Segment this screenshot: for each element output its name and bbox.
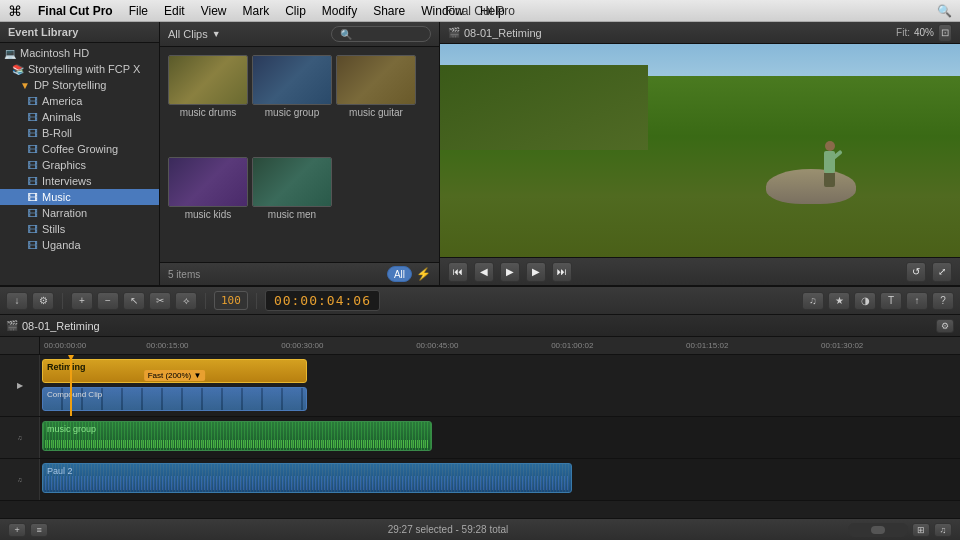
film-icon-broll: 🎞 <box>28 128 38 139</box>
effects-btn[interactable]: ★ <box>828 292 850 310</box>
track-1-expand-icon[interactable]: ▶ <box>17 381 23 390</box>
compound-clip[interactable]: Compound Clip <box>42 387 307 411</box>
tree-item-coffee[interactable]: 🎞 Coffee Growing <box>0 141 159 157</box>
skip-to-end-btn[interactable]: ⏭ <box>552 262 572 282</box>
viewer-clip-name: 08-01_Retiming <box>464 27 542 39</box>
footer-zoom-slider[interactable] <box>848 523 908 537</box>
play-backward-btn[interactable]: ◀ <box>474 262 494 282</box>
tree-item-macintosh-hd[interactable]: 💻 Macintosh HD <box>0 45 159 61</box>
track-2-audio: ♫ music group <box>0 417 960 459</box>
footer-add-btn[interactable]: + <box>8 523 26 537</box>
play-btn[interactable]: ▶ <box>500 262 520 282</box>
fit-label: Fit: <box>896 27 910 38</box>
text-btn[interactable]: T <box>880 292 902 310</box>
audio-clip-music-group[interactable]: music group <box>42 421 432 451</box>
loop-btn[interactable]: ↺ <box>906 262 926 282</box>
viewer-title: 🎬 08-01_Retiming <box>448 27 542 39</box>
all-filter-btn[interactable]: All <box>387 266 412 282</box>
all-clips-label[interactable]: All Clips <box>168 28 208 40</box>
zoom-out-btn[interactable]: − <box>97 292 119 310</box>
clips-search-input[interactable] <box>331 26 431 42</box>
menu-view[interactable]: View <box>201 4 227 18</box>
scene-person <box>824 141 835 187</box>
menu-mark[interactable]: Mark <box>243 4 270 18</box>
filter-icon[interactable]: ⚡ <box>416 267 431 281</box>
menu-share[interactable]: Share <box>373 4 405 18</box>
timeline-footer: + ≡ 29:27 selected - 59:28 total ⊞ ♫ <box>0 518 960 540</box>
clip-label-drums: music drums <box>180 107 237 118</box>
tree-item-broll[interactable]: 🎞 B-Roll <box>0 125 159 141</box>
timeline-options-btn[interactable]: ⚙ <box>936 319 954 333</box>
clip-music-kids[interactable]: music kids <box>168 157 248 255</box>
footer-list-btn[interactable]: ≡ <box>30 523 48 537</box>
settings-btn[interactable]: ⚙ <box>32 292 54 310</box>
clips-header: All Clips ▼ <box>160 22 439 47</box>
clip-thumb-men <box>252 157 332 207</box>
timeline-tab[interactable]: 🎬 08-01_Retiming <box>6 320 100 332</box>
menu-file[interactable]: File <box>129 4 148 18</box>
tree-item-storytelling[interactable]: 📚 Storytelling with FCP X <box>0 61 159 77</box>
speed-display[interactable]: 100 <box>214 291 248 310</box>
skip-to-start-btn[interactable]: ⏮ <box>448 262 468 282</box>
tree-item-stills[interactable]: 🎞 Stills <box>0 221 159 237</box>
menu-edit[interactable]: Edit <box>164 4 185 18</box>
apple-menu[interactable]: ⌘ <box>8 3 22 19</box>
viewer-content <box>440 44 960 257</box>
scene-mountain-left <box>440 65 648 150</box>
paul2-waveform <box>45 476 569 490</box>
play-forward-btn[interactable]: ▶ <box>526 262 546 282</box>
tree-item-america[interactable]: 🎞 America <box>0 93 159 109</box>
clip-music-guitar[interactable]: music guitar <box>336 55 416 153</box>
share-btn[interactable]: ↑ <box>906 292 928 310</box>
zoom-slider-track <box>871 526 885 534</box>
fast-badge[interactable]: Fast (200%) ▼ <box>144 370 206 381</box>
footer-audio-view-btn[interactable]: ♫ <box>934 523 952 537</box>
clip-thumb-group <box>252 55 332 105</box>
footer-clip-view-btn[interactable]: ⊞ <box>912 523 930 537</box>
viewer-maximize-btn[interactable]: ⊡ <box>938 24 952 42</box>
import-btn[interactable]: ↓ <box>6 292 28 310</box>
film-icon-narration: 🎞 <box>28 208 38 219</box>
app-name[interactable]: Final Cut Pro <box>38 4 113 18</box>
zoom-in-btn[interactable]: + <box>71 292 93 310</box>
track-3-icon[interactable]: ♫ <box>17 476 22 483</box>
clip-music-men[interactable]: music men <box>252 157 332 255</box>
tree-item-interviews[interactable]: 🎞 Interviews <box>0 173 159 189</box>
color-btn[interactable]: ◑ <box>854 292 876 310</box>
audio-btn[interactable]: ♫ <box>802 292 824 310</box>
clip-music-group[interactable]: music group <box>252 55 332 153</box>
audio-clip-paul2[interactable]: Paul 2 <box>42 463 572 493</box>
zoom-level[interactable]: 40% <box>914 27 934 38</box>
tree-item-animals[interactable]: 🎞 Animals <box>0 109 159 125</box>
menu-clip[interactable]: Clip <box>285 4 306 18</box>
trim-tool-btn[interactable]: ✂ <box>149 292 171 310</box>
track-1-video: ▶ Retiming Fast (200%) ▼ Compound Clip <box>0 355 960 417</box>
fullscreen-btn[interactable]: ⤢ <box>932 262 952 282</box>
clip-music-drums[interactable]: music drums <box>168 55 248 153</box>
event-library-panel: Event Library 💻 Macintosh HD 📚 Storytell… <box>0 22 160 285</box>
retiming-clip-label: Retiming <box>43 360 90 374</box>
dropdown-arrow[interactable]: ▼ <box>212 29 221 39</box>
track-2-icon[interactable]: ♫ <box>17 434 22 441</box>
viewer-controls: ⏮ ◀ ▶ ▶ ⏭ ↺ ⤢ <box>440 257 960 285</box>
tree-item-graphics[interactable]: 🎞 Graphics <box>0 157 159 173</box>
blade-tool-btn[interactable]: ⟡ <box>175 292 197 310</box>
toolbar-sep-3 <box>256 293 257 309</box>
clip-thumb-guitar <box>336 55 416 105</box>
library-tree: 💻 Macintosh HD 📚 Storytelling with FCP X… <box>0 43 159 285</box>
tree-item-narration[interactable]: 🎞 Narration <box>0 205 159 221</box>
menu-modify[interactable]: Modify <box>322 4 357 18</box>
library-icon: 📚 <box>12 64 24 75</box>
select-tool-btn[interactable]: ↖ <box>123 292 145 310</box>
menubar: ⌘ Final Cut Pro File Edit View Mark Clip… <box>0 0 960 22</box>
tree-item-uganda[interactable]: 🎞 Uganda <box>0 237 159 253</box>
tree-item-music[interactable]: 🎞 Music <box>0 189 159 205</box>
paul2-clip-label: Paul 2 <box>47 466 73 476</box>
search-icon[interactable]: 🔍 <box>937 4 952 18</box>
timecode-display[interactable]: 00:00:04:06 <box>265 290 380 311</box>
timeline-tab-name: 08-01_Retiming <box>22 320 100 332</box>
retiming-clip[interactable]: Retiming Fast (200%) ▼ <box>42 359 307 383</box>
help-btn[interactable]: ? <box>932 292 954 310</box>
tree-item-dp-storytelling[interactable]: ▼ DP Storytelling <box>0 77 159 93</box>
film-icon-coffee: 🎞 <box>28 144 38 155</box>
